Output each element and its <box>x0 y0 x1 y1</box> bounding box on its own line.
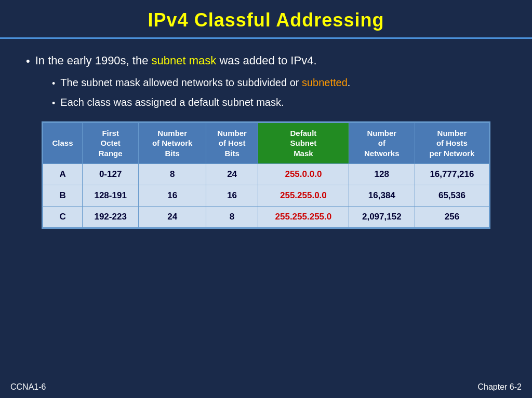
bullet-dot-2: • <box>52 78 55 89</box>
footer: CCNA1-6 Chapter 6-2 <box>0 382 532 392</box>
table-cell: 24 <box>206 164 258 185</box>
table-cell: 256 <box>415 207 489 228</box>
footer-right: Chapter 6-2 <box>478 382 522 392</box>
classful-table-container: Class FirstOctetRange Numberof NetworkBi… <box>42 121 490 229</box>
footer-left: CCNA1-6 <box>10 382 46 392</box>
bullet-dot-1: • <box>26 54 30 68</box>
table-cell: 16 <box>206 185 258 207</box>
table-cell: 8 <box>206 207 258 228</box>
table-cell: 16,384 <box>349 185 415 207</box>
col-subnet-mask: DefaultSubnetMask <box>258 122 349 164</box>
sub-bullet-1-text: The subnet mask allowed networks to subd… <box>60 77 350 89</box>
sub-bullet-1: • The subnet mask allowed networks to su… <box>52 77 506 89</box>
col-num-networks: NumberofNetworks <box>349 122 415 164</box>
subnet-mask-highlight: subnet mask <box>152 54 217 67</box>
table-cell: 128-191 <box>83 185 139 207</box>
sub-bullets: • The subnet mask allowed networks to su… <box>52 77 506 109</box>
classful-table: Class FirstOctetRange Numberof NetworkBi… <box>43 122 489 228</box>
main-bullet: • In the early 1990s, the subnet mask wa… <box>26 53 506 68</box>
col-host-bits: Numberof HostBits <box>206 122 258 164</box>
table-header-row: Class FirstOctetRange Numberof NetworkBi… <box>43 122 489 164</box>
table-cell: 2,097,152 <box>349 207 415 228</box>
table-cell: 192-223 <box>83 207 139 228</box>
table-cell: B <box>43 185 83 207</box>
col-class: Class <box>43 122 83 164</box>
table-cell: 16,777,216 <box>415 164 489 185</box>
bullet-dot-3: • <box>52 98 55 109</box>
table-cell: 255.255.0.0 <box>258 185 349 207</box>
table-cell: 8 <box>139 164 206 185</box>
table-cell: 255.0.0.0 <box>258 164 349 185</box>
table-cell: 0-127 <box>83 164 139 185</box>
table-row: C192-223248255.255.255.02,097,152256 <box>43 207 489 228</box>
col-network-bits: Numberof NetworkBits <box>139 122 206 164</box>
page-title: IPv4 Classful Addressing <box>148 9 384 31</box>
table-cell: A <box>43 164 83 185</box>
table-cell: C <box>43 207 83 228</box>
subnetted-highlight: subnetted <box>302 77 348 88</box>
col-first-octet: FirstOctetRange <box>83 122 139 164</box>
main-content: • In the early 1990s, the subnet mask wa… <box>0 39 532 239</box>
table-cell: 65,536 <box>415 185 489 207</box>
table-cell: 24 <box>139 207 206 228</box>
sub-bullet-2: • Each class was assigned a default subn… <box>52 97 506 109</box>
table-row: B128-1911616255.255.0.016,38465,536 <box>43 185 489 207</box>
col-hosts-per-network: Numberof Hostsper Network <box>415 122 489 164</box>
table-cell: 128 <box>349 164 415 185</box>
main-bullet-text: In the early 1990s, the subnet mask was … <box>35 53 317 68</box>
table-row: A0-127824255.0.0.012816,777,216 <box>43 164 489 185</box>
table-cell: 16 <box>139 185 206 207</box>
sub-bullet-2-text: Each class was assigned a default subnet… <box>60 97 284 108</box>
page-header: IPv4 Classful Addressing <box>0 0 532 39</box>
table-cell: 255.255.255.0 <box>258 207 349 228</box>
